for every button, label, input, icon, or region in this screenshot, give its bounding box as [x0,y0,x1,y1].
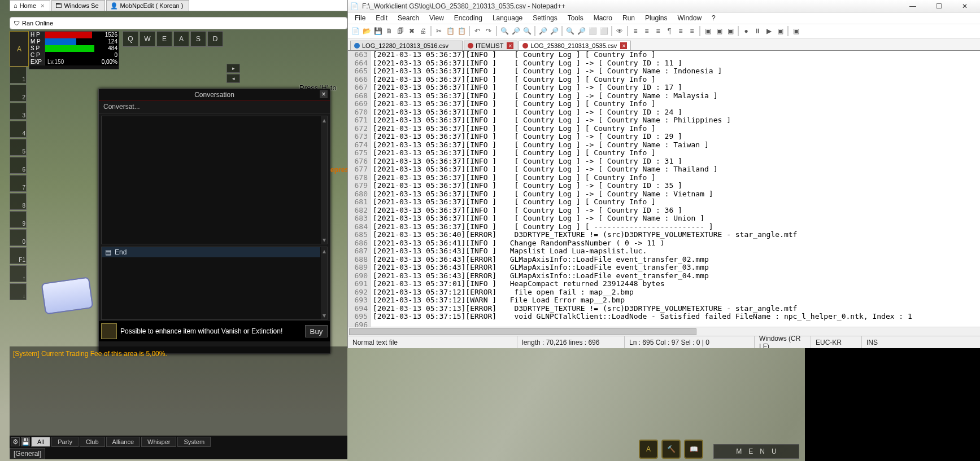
action-slot[interactable]: 8 [10,193,27,210]
toolbar-icon[interactable]: 📋 [456,26,467,36]
action-slot[interactable]: 6 [10,157,27,174]
menu-tools[interactable]: Tools [563,13,588,24]
toolbar-icon[interactable]: ⬜ [587,26,598,36]
toolbar-icon[interactable]: ≡ [653,26,663,36]
action-slot[interactable]: 3 [10,103,27,120]
close-icon[interactable]: × [620,42,627,49]
toolbar-icon[interactable]: ↶ [472,26,482,36]
chat-tab-club[interactable]: Club [80,437,105,447]
hotkey-q[interactable]: Q [123,31,138,47]
toolbar-icon[interactable]: ▣ [703,26,713,36]
doc-tab[interactable]: LOG_25380_210313_0535.csv× [519,41,631,50]
toolbar-icon[interactable]: ▣ [725,26,735,36]
close-button[interactable]: ✕ [952,1,978,12]
hotkey-w[interactable]: W [140,31,155,47]
hotkey-a[interactable]: A [173,31,189,47]
close-icon[interactable]: × [41,2,44,9]
toolbar-icon[interactable]: 🗐 [395,26,406,36]
menu-search[interactable]: Search [393,13,424,24]
url-bar[interactable]: 🛡 Ran Online [10,17,347,29]
doc-tab[interactable]: LOG_12280_210313_0516.csv× [350,41,463,50]
toolbar-icon[interactable]: ● [741,26,751,36]
menu-button[interactable]: MENU [713,444,799,459]
menu-[interactable]: ? [707,13,720,24]
toolbar-icon[interactable]: 🔍 [565,26,575,36]
editor[interactable]: 663 664 665 666 667 668 669 670 671 672 … [348,51,980,327]
scroll-down-icon[interactable]: ▾ [323,236,326,244]
chat-tab-all[interactable]: All [31,437,50,447]
action-slot[interactable]: 0 [10,229,27,246]
toolbar-icon[interactable]: ≡ [676,26,686,36]
action-slot[interactable]: ↓ [10,283,27,300]
menu-settings[interactable]: Settings [528,13,561,24]
toolbar-icon[interactable]: 🔍 [499,26,509,36]
action-slot[interactable]: 9 [10,211,27,228]
menu-encoding[interactable]: Encoding [450,13,487,24]
avatar-icon[interactable]: A [10,31,29,67]
browser-tab-home[interactable]: ⌂ Home × [10,0,50,11]
scroll-up-icon[interactable]: ▴ [323,247,326,255]
toolbar-icon[interactable]: 🔍 [522,26,532,36]
chat-tab-whisper[interactable]: Whisper [141,437,176,447]
action-slot[interactable]: F1 [10,247,27,264]
widget-left-icon[interactable]: ◂ [227,74,240,83]
titlebar[interactable]: 📄 F:\_Work\client GS\log\LOG_25380_21031… [348,0,980,12]
toolbar-icon[interactable]: ⏸ [752,26,763,36]
menu-window[interactable]: Window [673,13,706,24]
horizontal-scrollbar[interactable] [348,327,980,336]
close-icon[interactable]: × [320,90,328,98]
toolbar-icon[interactable]: ⬜ [599,26,609,36]
toolbar-icon[interactable]: ≡ [642,26,652,36]
menu-view[interactable]: View [425,13,448,24]
orb-a-icon[interactable]: A [639,440,658,459]
toolbar-icon[interactable]: 🖨 [418,26,428,36]
toolbar-icon[interactable]: ✖ [407,26,417,36]
toolbar-icon[interactable]: 💾 [373,26,383,36]
minimize-button[interactable]: — [900,1,926,12]
menu-macro[interactable]: Macro [589,13,617,24]
action-slot[interactable]: 2 [10,85,27,102]
toolbar-icon[interactable]: ↷ [484,26,494,36]
orb-book-icon[interactable]: 📖 [684,440,703,459]
save-icon[interactable]: 💾 [21,437,30,446]
toolbar-icon[interactable]: ≡ [630,26,641,36]
chat-tab-party[interactable]: Party [51,437,79,447]
toolbar-icon[interactable]: 👁 [615,26,625,36]
maximize-button[interactable]: ☐ [926,1,952,12]
toolbar-icon[interactable]: ▣ [775,26,785,36]
toolbar-icon[interactable]: 🔎 [549,26,559,36]
menu-file[interactable]: File [350,13,370,24]
hotkey-d[interactable]: D [207,31,223,47]
action-slot[interactable]: 4 [10,121,27,138]
chat-channel-label[interactable]: [General] [10,448,45,459]
hotkey-s[interactable]: S [190,31,206,47]
toolbar-icon[interactable]: ▶ [764,26,774,36]
toolbar-icon[interactable]: ▣ [714,26,724,36]
toolbar-icon[interactable]: 🔎 [576,26,586,36]
browser-tab-mobnpc[interactable]: 👤 MobNpcEdit ( Korean ) [106,0,190,11]
action-slot[interactable]: 7 [10,175,27,192]
toolbar-icon[interactable]: ≡ [687,26,697,36]
action-slot[interactable]: ↑ [10,265,27,282]
toolbar-icon[interactable]: 🗎 [384,26,394,36]
toolbar-icon[interactable]: 🔎 [538,26,548,36]
scroll-thumb[interactable] [349,328,696,335]
menu-edit[interactable]: Edit [371,13,392,24]
toolbar-icon[interactable]: 📂 [361,26,372,36]
chat-tab-system[interactable]: System [177,437,211,447]
scroll-up-icon[interactable]: ▴ [323,116,326,124]
menu-plugins[interactable]: Plugins [641,13,672,24]
browser-tab-windows[interactable]: 🗔 Windows Se [51,0,104,11]
code-area[interactable]: [2021-03-13 05:36:37][INFO ] [ Country L… [371,51,980,327]
action-slot[interactable]: 1 [10,67,27,84]
hotkey-e[interactable]: E [156,31,172,47]
scrollbar[interactable]: ▴▾ [320,247,327,319]
mail-icon[interactable] [41,276,94,314]
close-icon[interactable]: × [507,42,513,49]
conversation-end-option[interactable]: ▤End [102,247,327,257]
buy-button[interactable]: Buy [305,325,328,337]
action-slot[interactable]: 5 [10,139,27,156]
scroll-down-icon[interactable]: ▾ [323,311,326,319]
menu-language[interactable]: Language [488,13,527,24]
gear-icon[interactable]: ⚙ [11,437,20,446]
